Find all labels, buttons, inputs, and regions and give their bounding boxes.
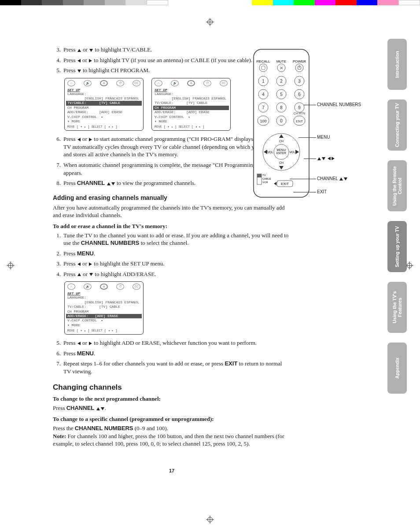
osd-title: SET UP — [155, 88, 228, 92]
osd-tab-icon: 🔊 — [171, 80, 179, 86]
right-arrow-icon — [89, 138, 92, 141]
osd-tab-icon: ⚙ — [100, 284, 108, 290]
paragraph: Press the CHANNEL NUMBERS (0–9 and 100).… — [53, 424, 291, 448]
step-text: Press to highlight CH PROGRAM. — [63, 66, 150, 74]
osd-line: CH PROGRAM — [67, 310, 140, 314]
osd-tab-icon: ⚙ — [100, 80, 108, 86]
osd-line: ADD/ERASE: [ADD] ERASE — [67, 110, 140, 114]
osd-tab-icon: 🔊 — [84, 284, 92, 290]
step-number: 1. — [53, 232, 61, 247]
osd-highlight: CH PROGRAM — [153, 106, 229, 110]
up-arrow-icon — [77, 273, 81, 276]
osd-nav: MOVE [ ▾ ▴ ] SELECT [ ◂ ▸ ] — [67, 329, 140, 332]
callout: CHANNEL — [317, 176, 348, 181]
step-number: 7. — [53, 161, 61, 177]
step-number: 8. — [53, 179, 61, 187]
osd-tab-icon: CC — [133, 80, 140, 86]
down-arrow-icon — [111, 182, 115, 185]
step-text: Press or to highlight TV (if you use an … — [63, 56, 252, 64]
step-text: Press or to highlight ADD or ERASE, whic… — [63, 339, 257, 347]
osd-line: V-CHIP CONTROL ▸ — [155, 115, 228, 119]
osd-line: LANGUAGE: — [155, 92, 228, 96]
step-text: Press CHANNEL to view the programmed cha… — [63, 179, 195, 187]
svg-text:VCR: VCR — [262, 181, 268, 184]
down-arrow-icon — [77, 70, 81, 73]
paragraph: After you have automatically programmed … — [53, 204, 291, 219]
steps-add-b: 5. Press or to highlight ADD or ERASE, w… — [53, 339, 291, 375]
svg-text:CABLE: CABLE — [262, 177, 271, 180]
paragraph: Press CHANNEL . — [53, 404, 291, 412]
svg-text:✕: ✕ — [280, 66, 283, 70]
osd-tab-icon: ⏱ — [116, 284, 124, 290]
step-number: 6. — [53, 135, 61, 159]
osd-tab-icon: ⌂ — [155, 80, 162, 86]
osd-line: TV/CABLE: [TV] CABLE — [67, 305, 140, 309]
left-arrow-icon — [77, 138, 81, 141]
svg-text:VOL: VOL — [267, 151, 273, 154]
osd-highlight: ADD/ERASE: [ADD] ERASE — [66, 314, 142, 318]
registration-mark-icon — [407, 263, 412, 268]
svg-text:8: 8 — [280, 105, 283, 110]
svg-text:CH: CH — [279, 140, 284, 143]
osd-nav: MOVE [ ▾ ▴ ] SELECT [ ◂ ▸ ] — [155, 125, 228, 129]
svg-rect-46 — [257, 174, 262, 177]
callout: EXIT — [317, 189, 327, 194]
heading-changing: Changing channels — [53, 383, 291, 392]
right-arrow-icon — [89, 262, 92, 266]
svg-text:ENT: ENT — [296, 119, 303, 123]
osd-screen-chprogram: ⌂🔊⚙⏱CC SET UP LANGUAGE: [ENGLISH] FRANCA… — [151, 78, 231, 131]
osd-tab-icon: ⌂ — [67, 80, 75, 86]
svg-text:4: 4 — [262, 92, 265, 97]
svg-text:6: 6 — [298, 92, 301, 97]
left-arrow-icon — [77, 262, 81, 266]
up-arrow-icon — [107, 182, 111, 185]
svg-text:CH: CH — [279, 161, 284, 164]
osd-line: ▾ MORE — [67, 119, 140, 124]
step-number: 5. — [53, 339, 61, 347]
osd-line: V-CHIP CONTROL ▸ — [67, 318, 140, 323]
osd-tab-icon: ⌂ — [67, 284, 75, 290]
step-number: 6. — [53, 350, 61, 358]
osd-tab-icon: CC — [133, 284, 140, 290]
step-text: Press or to highlight TV/CABLE. — [63, 46, 152, 54]
step-text: Press or to highlight the SET UP menu. — [63, 260, 165, 268]
step-number: 7. — [53, 360, 61, 375]
step-text: Press or to highlight ADD/ERASE. — [63, 270, 156, 278]
remote-svg: RECALL MUTE POWER ✕ 1 2 3 4 5 6 7 8 9 10… — [253, 48, 310, 198]
step-number: 3. — [53, 46, 61, 54]
svg-text:7: 7 — [262, 105, 265, 110]
registration-mark-icon — [207, 19, 213, 25]
osd-tab-icon: ⏱ — [203, 80, 211, 86]
svg-text:100: 100 — [260, 119, 266, 123]
up-arrow-icon — [96, 407, 100, 410]
osd-line: TV/CABLE: [TV] CABLE — [155, 101, 228, 105]
osd-title: SET UP — [67, 291, 140, 295]
osd-tab-icon: 🔊 — [84, 80, 92, 86]
label: RECALL — [256, 59, 270, 63]
right-arrow-icon — [89, 342, 92, 345]
left-arrow-icon — [77, 342, 81, 345]
down-arrow-icon — [101, 407, 104, 410]
svg-text:TV: TV — [262, 174, 266, 177]
remote-illustration: RECALL MUTE POWER ✕ 1 2 3 4 5 6 7 8 9 10… — [251, 48, 396, 200]
svg-text:3: 3 — [298, 79, 301, 84]
step-number: 3. — [53, 260, 61, 268]
svg-text:1: 1 — [262, 79, 265, 84]
svg-text:MENU/: MENU/ — [277, 148, 286, 151]
svg-text:9: 9 — [298, 105, 301, 110]
svg-text:VOL: VOL — [289, 151, 295, 154]
osd-line: V-CHIP CONTROL ▸ — [67, 115, 140, 119]
osd-line: LANGUAGE: — [67, 295, 140, 300]
callout — [317, 156, 335, 161]
osd-screen-tvcable: ⌂🔊⚙⏱CC SET UP LANGUAGE: [ENGLISH] FRANCA… — [64, 78, 144, 131]
step-number: 4. — [53, 56, 61, 64]
svg-text:ENTER: ENTER — [276, 151, 286, 155]
osd-line: LANGUAGE: — [67, 92, 140, 96]
osd-line: [ENGLISH] FRANCAIS ESPANOL — [67, 96, 140, 101]
down-arrow-icon — [89, 273, 93, 276]
lead-text: To change to a specific channel (program… — [53, 416, 291, 423]
lead-text: To add or erase a channel in the TV's me… — [53, 223, 291, 230]
osd-tab-icon: ⚙ — [187, 80, 195, 86]
svg-text:5: 5 — [280, 92, 283, 97]
tab-setting-up: Setting up your TV — [387, 221, 407, 272]
